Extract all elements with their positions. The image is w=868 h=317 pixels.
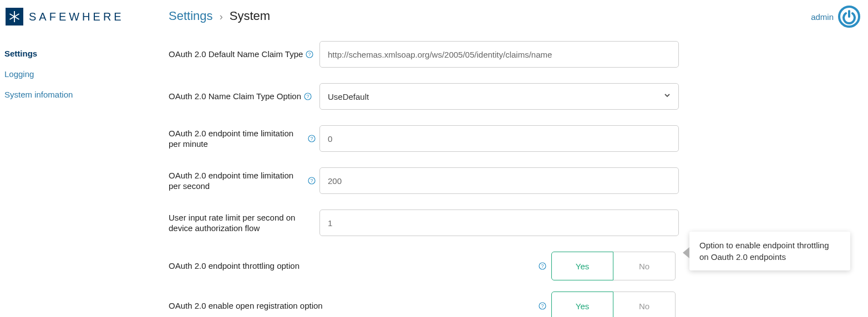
svg-text:?: ? xyxy=(541,263,544,269)
field-oauth-endpoint-throttling-option: OAuth 2.0 endpoint throttling option ? Y… xyxy=(169,252,679,280)
tooltip-arrow-icon xyxy=(683,247,689,258)
breadcrumb-parent[interactable]: Settings xyxy=(169,9,213,23)
tooltip-text: Option to enable endpoint throttling on … xyxy=(699,241,829,262)
brand-text: SAFEWHERE xyxy=(29,11,124,23)
oauth-default-name-claim-type-input[interactable] xyxy=(319,41,679,68)
brand-logo[interactable]: SAFEWHERE xyxy=(6,8,124,25)
field-oauth-name-claim-type-option: OAuth 2.0 Name Claim Type Option ? UseDe… xyxy=(169,83,679,110)
field-label: OAuth 2.0 Name Claim Type Option xyxy=(169,91,301,102)
field-oauth-default-name-claim-type: OAuth 2.0 Default Name Claim Type ? xyxy=(169,41,679,68)
field-user-input-rate-limit: User input rate limit per second on devi… xyxy=(169,209,679,236)
sidebar-item-system-information[interactable]: System infomation xyxy=(4,84,115,105)
help-icon[interactable]: ? xyxy=(305,50,314,59)
help-icon[interactable]: ? xyxy=(538,262,547,270)
help-icon[interactable]: ? xyxy=(307,134,316,143)
oauth-name-claim-type-option-select[interactable]: UseDefault xyxy=(319,83,679,110)
oauth-endpoint-limit-per-second-input[interactable] xyxy=(319,167,679,194)
toggle-group: Yes No xyxy=(551,252,676,280)
field-label: OAuth 2.0 endpoint throttling option xyxy=(169,260,300,272)
sidebar-item-logging[interactable]: Logging xyxy=(4,64,115,84)
sidebar-item-settings[interactable]: Settings xyxy=(4,43,115,64)
safewhere-logo-icon xyxy=(6,8,23,25)
breadcrumb-current: System xyxy=(230,9,270,23)
field-oauth-endpoint-limit-per-second: OAuth 2.0 endpoint time limitation per s… xyxy=(169,167,679,194)
field-oauth-enable-open-registration-option: OAuth 2.0 enable open registration optio… xyxy=(169,292,679,317)
toggle-yes-button[interactable]: Yes xyxy=(551,292,613,317)
field-label: OAuth 2.0 endpoint time limitation per s… xyxy=(169,170,305,192)
svg-text:?: ? xyxy=(310,136,313,141)
field-label: OAuth 2.0 enable open registration optio… xyxy=(169,300,323,311)
tooltip: Option to enable endpoint throttling on … xyxy=(689,232,850,270)
toggle-no-button[interactable]: No xyxy=(613,292,676,317)
field-label: OAuth 2.0 endpoint time limitation per m… xyxy=(169,128,305,150)
sidebar-item-label: System infomation xyxy=(4,90,73,99)
top-bar: SAFEWHERE Settings › System admin xyxy=(0,0,868,25)
svg-text:?: ? xyxy=(541,303,544,309)
svg-text:?: ? xyxy=(307,94,309,99)
toggle-yes-button[interactable]: Yes xyxy=(551,252,613,280)
user-avatar-icon[interactable] xyxy=(838,6,860,28)
user-name: admin xyxy=(811,12,834,22)
main-content: OAuth 2.0 Default Name Claim Type ? OAut… xyxy=(169,41,679,317)
toggle-no-button[interactable]: No xyxy=(613,252,676,280)
field-label: OAuth 2.0 Default Name Claim Type xyxy=(169,49,303,60)
field-oauth-endpoint-limit-per-minute: OAuth 2.0 endpoint time limitation per m… xyxy=(169,125,679,152)
help-icon[interactable]: ? xyxy=(303,92,312,101)
svg-text:?: ? xyxy=(308,52,311,57)
oauth-endpoint-limit-per-minute-input[interactable] xyxy=(319,125,679,152)
help-icon[interactable]: ? xyxy=(538,301,547,310)
sidebar-item-label: Logging xyxy=(4,69,34,79)
breadcrumb: Settings › System xyxy=(169,9,270,23)
user-input-rate-limit-input[interactable] xyxy=(319,209,679,236)
svg-text:?: ? xyxy=(310,178,313,183)
help-icon[interactable]: ? xyxy=(307,176,316,185)
toggle-group: Yes No xyxy=(551,292,676,317)
select-value: UseDefault xyxy=(328,92,369,101)
user-area[interactable]: admin xyxy=(811,6,860,28)
field-label: User input rate limit per second on devi… xyxy=(169,212,316,234)
sidebar: Settings Logging System infomation xyxy=(4,43,115,105)
sidebar-item-label: Settings xyxy=(4,49,37,58)
breadcrumb-separator: › xyxy=(220,11,223,22)
